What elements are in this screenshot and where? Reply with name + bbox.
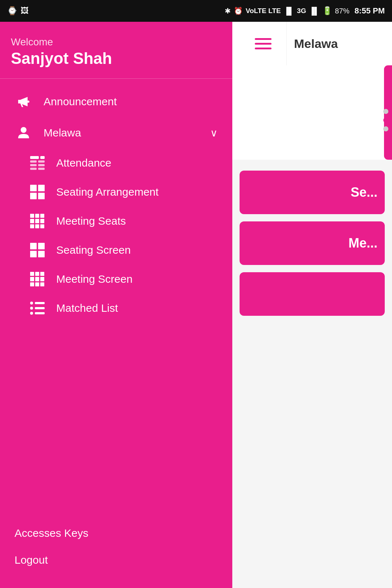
sidebar-item-seating-arrangement[interactable]: Seating Arrangement xyxy=(7,177,232,207)
list-icon xyxy=(29,301,45,315)
sidebar-item-meeting-seats[interactable]: Meeting Seats xyxy=(7,207,232,236)
sidebar-item-meeting-screen[interactable]: Meeting Screen xyxy=(7,265,232,294)
grid2b-icon xyxy=(29,243,45,257)
time-display: 8:55 PM xyxy=(355,6,385,16)
battery-percent: 87% xyxy=(335,7,350,15)
grid3b-icon xyxy=(29,272,45,286)
attendance-icon xyxy=(29,156,45,170)
attendance-label: Attendance xyxy=(56,157,111,169)
announce-icon xyxy=(15,94,33,109)
sidebar-item-announcement[interactable]: Announcement xyxy=(0,86,232,117)
status-left: ⌚ 🖼 xyxy=(7,6,29,16)
submenu-melawa: Attendance Seating Arrangement xyxy=(0,148,232,323)
hamburger-button[interactable] xyxy=(240,22,287,65)
card-extra[interactable] xyxy=(240,272,385,316)
svg-point-1 xyxy=(21,127,26,133)
nav-menu: Announcement Melawa ∨ xyxy=(0,79,232,513)
main-layout: Welcome Sanjyot Shah Announcement xyxy=(0,22,392,588)
user-name: Sanjyot Shah xyxy=(11,49,221,68)
sidebar-item-matched-list[interactable]: Matched List xyxy=(7,294,232,323)
dot-1 xyxy=(383,109,388,114)
status-bar: ⌚ 🖼 ✱ ⏰ VoLTE LTE ▐▌ 3G ▐▌ 🔋 87% 8:55 PM xyxy=(0,0,392,22)
card-seating[interactable]: Se... xyxy=(240,171,385,214)
logout-link[interactable]: Logout xyxy=(15,547,218,573)
melawa-label: Melawa xyxy=(44,127,81,139)
sidebar-item-attendance[interactable]: Attendance xyxy=(7,148,232,177)
status-right: ✱ ⏰ VoLTE LTE ▐▌ 3G ▐▌ 🔋 87% 8:55 PM xyxy=(225,6,385,16)
volte-label: VoLTE LTE xyxy=(246,7,281,15)
announcement-label: Announcement xyxy=(44,95,117,108)
card-meeting[interactable]: Me... xyxy=(240,221,385,265)
hamburger-icon xyxy=(255,38,271,49)
battery-icon: 🔋 xyxy=(322,6,332,16)
person-icon xyxy=(15,125,33,140)
network-label: 3G xyxy=(297,7,306,15)
meeting-screen-label: Meeting Screen xyxy=(56,273,132,285)
right-header: Melawa xyxy=(232,22,392,65)
svg-point-0 xyxy=(27,101,29,103)
card-seating-label: Se... xyxy=(351,185,377,200)
sidebar-header: Welcome Sanjyot Shah xyxy=(0,22,232,79)
welcome-text: Welcome xyxy=(11,36,221,48)
chevron-down-icon: ∨ xyxy=(210,127,218,139)
right-content: Se... Me... xyxy=(232,160,392,327)
app-icon-2: 🖼 xyxy=(21,6,29,16)
bottom-links: Accesses Keys Logout xyxy=(0,513,232,588)
right-panel: Melawa Se... Me... xyxy=(232,22,392,588)
dots-indicator xyxy=(383,109,388,131)
card-meeting-label: Me... xyxy=(348,236,377,251)
grid3-icon xyxy=(29,214,45,228)
seating-screen-label: Seating Screen xyxy=(56,244,131,256)
right-panel-title: Melawa xyxy=(287,37,338,51)
profile-area xyxy=(232,65,392,160)
grid2-icon xyxy=(29,185,45,199)
sidebar-item-seating-screen[interactable]: Seating Screen xyxy=(7,236,232,265)
bluetooth-icon: ✱ xyxy=(225,7,231,15)
signal-bars-2: ▐▌ xyxy=(309,7,319,15)
signal-bars: ▐▌ xyxy=(284,7,294,15)
sidebar-drawer: Welcome Sanjyot Shah Announcement xyxy=(0,22,232,588)
seating-arrangement-label: Seating Arrangement xyxy=(56,186,159,198)
meeting-seats-label: Meeting Seats xyxy=(56,215,126,227)
dot-3 xyxy=(383,126,388,131)
sidebar-item-melawa[interactable]: Melawa ∨ xyxy=(0,117,232,148)
alarm-icon: ⏰ xyxy=(234,7,243,15)
access-keys-link[interactable]: Accesses Keys xyxy=(15,520,218,547)
app-icon-1: ⌚ xyxy=(7,6,17,16)
matched-list-label: Matched List xyxy=(56,302,118,314)
dot-2 xyxy=(383,118,388,123)
